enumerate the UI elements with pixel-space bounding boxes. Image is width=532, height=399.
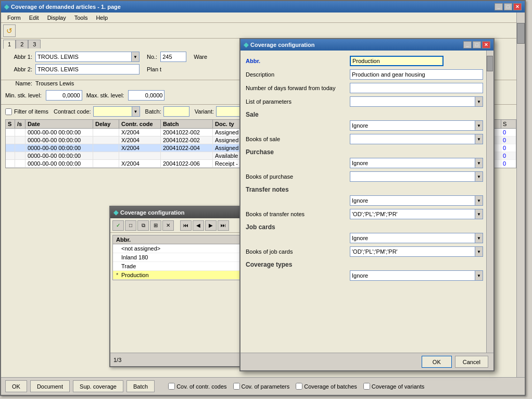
min-stk-input[interactable] [46,90,82,101]
transfer-dropdown-btn[interactable]: ▼ [475,195,483,206]
toolbar-nav-prev[interactable]: ◀ [193,220,204,231]
cell-ss [15,129,26,136]
coverage-variants-checkbox[interactable] [363,383,370,390]
tab-3[interactable]: 3 [28,40,41,48]
batch-filter-input[interactable] [163,106,189,117]
toolbar-refresh-button[interactable]: ↺ [3,24,16,37]
cell-delay [93,144,119,152]
menu-display[interactable]: Display [43,14,70,22]
list-params-combo[interactable]: ▼ [350,96,483,107]
menu-edit[interactable]: Edit [25,14,43,22]
books-purchase-dropdown[interactable]: ▼ [475,171,483,182]
coverage-batches-checkbox[interactable] [296,383,302,390]
coverage-variants-item[interactable]: Coverage of variants [363,383,425,390]
document-button[interactable]: Document [30,380,70,392]
menu-tools[interactable]: Tools [70,14,92,22]
cov-parameters-checkbox[interactable] [233,383,240,390]
maximize-button[interactable]: □ [504,3,512,10]
menu-help[interactable]: Help [92,14,112,22]
ok-button[interactable]: OK [5,380,27,392]
no-input[interactable] [160,52,186,62]
toolbar-new-btn[interactable]: □ [125,220,136,231]
abbr1-combo[interactable]: ▼ [35,52,140,62]
toolbar-nav-last[interactable]: ⏭ [218,220,229,231]
cov-contr-codes-checkbox[interactable] [168,383,175,390]
job-dropdown-input[interactable] [350,233,475,243]
cell-ss [15,144,26,152]
max-stk-input[interactable] [128,90,164,101]
books-job-input[interactable] [350,246,475,257]
dialog-scroll-thumb[interactable] [487,56,493,71]
max-stk-label: Max. stk. level: [86,92,124,98]
menu-form[interactable]: Form [3,14,25,22]
tab-1[interactable]: 1 [3,40,16,49]
job-dropdown-btn[interactable]: ▼ [475,233,483,243]
coverage-batches-item[interactable]: Coverage of batches [296,383,357,390]
description-input[interactable] [350,69,483,80]
toolbar-check-btn[interactable]: ✓ [112,220,124,231]
books-purchase-combo[interactable]: ▼ [350,171,483,182]
col-header-ss: /s [15,120,26,128]
books-job-combo[interactable]: ▼ [350,246,483,257]
transfer-dropdown[interactable]: ▼ [350,195,483,206]
sale-dropdown-btn[interactable]: ▼ [475,120,483,131]
toolbar-nav-first[interactable]: ⏮ [180,220,192,231]
books-transfer-dropdown[interactable]: ▼ [475,209,483,219]
cov-contr-codes-item[interactable]: Cov. of contr. codes [168,383,226,390]
contract-code-combo[interactable]: ▼ [93,106,140,117]
job-dropdown[interactable]: ▼ [350,233,483,243]
dialog-cancel-button[interactable]: Cancel [455,356,488,368]
toolbar-nav-next[interactable]: ▶ [205,220,217,231]
main-scrollbar[interactable] [516,13,525,377]
abbr1-dropdown-button[interactable]: ▼ [131,52,140,62]
coverage-types-dropdown-btn[interactable]: ▼ [475,270,483,281]
batch-button[interactable]: Batch [126,380,155,392]
dialog-front-scrollbar[interactable] [486,51,493,353]
abbr1-input[interactable] [35,52,131,62]
cell-contr: X/2004 [119,144,161,152]
toolbar-delete-btn[interactable]: ✕ [162,220,174,231]
col-header-contr: Contr. code [119,120,161,128]
coverage-types-input[interactable] [350,270,475,281]
purchase-dropdown[interactable]: ▼ [350,158,483,168]
num-days-input[interactable] [350,83,483,93]
dialog-ok-button[interactable]: OK [422,356,452,368]
dialog-front-maximize[interactable]: □ [473,41,481,48]
books-transfer-input[interactable] [350,209,475,219]
sale-dropdown[interactable]: ▼ [350,120,483,131]
transfer-dropdown-input[interactable] [350,195,475,206]
purchase-dropdown-btn[interactable]: ▼ [475,158,483,168]
toolbar-paste-btn[interactable]: ⊞ [150,220,161,231]
scroll-thumb[interactable] [517,23,525,44]
filter-items-checkbox[interactable] [5,108,12,115]
sup-coverage-button[interactable]: Sup. coverage [73,380,123,392]
minimize-button[interactable]: _ [495,3,503,10]
list-params-input[interactable] [350,96,475,107]
dialog-front-close[interactable]: ✕ [482,41,490,48]
dialog-front-minimize[interactable]: _ [463,41,472,48]
abbr2-input[interactable] [35,64,140,74]
tab-2[interactable]: 2 [16,40,28,48]
sale-dropdown-input[interactable] [350,120,475,131]
coverage-types-dropdown[interactable]: ▼ [350,270,483,281]
contract-code-dropdown[interactable]: ▼ [132,106,140,117]
cov-contr-codes-label: Cov. of contr. codes [176,383,226,390]
books-sale-combo[interactable]: ▼ [350,134,483,144]
books-sale-input[interactable] [350,134,475,144]
toolbar-copy-btn[interactable]: ⧉ [137,220,149,231]
books-job-dropdown[interactable]: ▼ [475,246,483,257]
books-purchase-input[interactable] [350,171,475,182]
list-params-dropdown[interactable]: ▼ [475,96,483,107]
contract-code-input[interactable] [93,106,132,117]
books-job-row: Books of job cards ▼ [246,246,483,257]
close-button[interactable]: ✕ [513,3,522,10]
purchase-dropdown-input[interactable] [350,158,475,168]
cov-parameters-item[interactable]: Cov. of parameters [233,383,290,390]
books-purchase-row: Books of purchase ▼ [246,171,483,182]
abbr-input[interactable] [350,56,444,66]
list-params-row: List of parameters ▼ [246,96,483,107]
books-transfer-combo[interactable]: ▼ [350,209,483,219]
cell-s [6,160,15,167]
books-sale-dropdown[interactable]: ▼ [475,134,483,144]
books-sale-label: Books of sale [246,136,350,142]
